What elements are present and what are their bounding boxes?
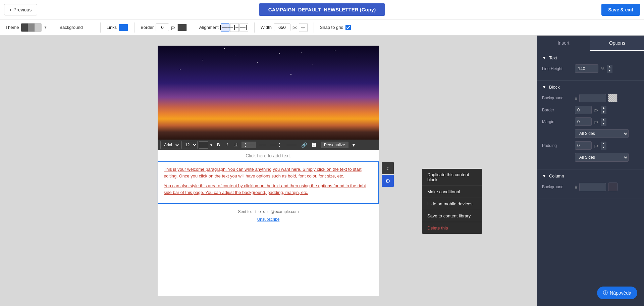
links-color-swatch[interactable] [119, 24, 128, 31]
tab-insert[interactable]: Insert [537, 36, 590, 51]
block-background-input[interactable] [579, 94, 606, 102]
block-background-swatch[interactable] [608, 94, 618, 102]
block-border-up[interactable]: ▲ [601, 106, 606, 110]
image-icon[interactable]: 🖼 [310, 142, 318, 148]
expand-width-button[interactable]: ↔ [299, 23, 308, 32]
border-value-input[interactable] [156, 23, 169, 31]
top-bar: ‹ Previous CAMPAIGN_DEFAULT_NEWSLETTER (… [0, 0, 644, 19]
make-conditional-item[interactable]: Make conditional [422, 186, 482, 198]
block-section: ▼ Block Background # Border px ▲ ▼ [537, 81, 644, 169]
background-group: Background [59, 24, 94, 31]
block-padding-up[interactable]: ▲ [601, 142, 606, 146]
duplicate-block-item[interactable]: Duplicate this content block [422, 169, 482, 186]
paragraph-2[interactable]: You can also style this area of content … [164, 183, 373, 196]
theme-label: Theme [5, 25, 19, 30]
block-margin-down[interactable]: ▼ [601, 122, 606, 126]
block-padding-down[interactable]: ▼ [601, 146, 606, 150]
block-margin-input[interactable] [575, 117, 592, 126]
border-color-swatch[interactable] [177, 24, 187, 31]
theme-swatch-light[interactable] [35, 23, 41, 32]
font-color-swatch[interactable] [199, 141, 208, 149]
more-options-icon[interactable]: ▼ [350, 142, 358, 148]
align-left-button[interactable]: ┃─── [221, 23, 229, 32]
block-border-down[interactable]: ▼ [601, 110, 606, 114]
email-footer: Sent to: _t_e_s_t_@example.com Unsubscri… [158, 204, 379, 227]
previous-button[interactable]: ‹ Previous [4, 4, 37, 15]
align-center-button[interactable]: ─┃─ [230, 23, 239, 32]
divider-3 [134, 22, 135, 33]
block-margin-up[interactable]: ▲ [601, 118, 606, 122]
line-height-up[interactable]: ▲ [607, 65, 612, 69]
block-padding-sides-select[interactable]: All Sides [575, 153, 629, 162]
block-padding-unit: px [594, 144, 598, 148]
theme-swatches[interactable] [21, 23, 42, 32]
text-section: ▼ Text Line Height % ▲ ▼ [537, 51, 644, 81]
italic-button[interactable]: I [224, 141, 230, 149]
align-buttons: ┃─── ─┃─ ──┃ [221, 23, 248, 32]
theme-swatch-mid[interactable] [28, 23, 35, 32]
block-margin-sides-select[interactable]: All Sides [575, 129, 629, 138]
hide-mobile-item[interactable]: Hide on mobile devices [422, 198, 482, 210]
width-group: Width px ↔ [261, 23, 308, 32]
hero-image-bg [158, 46, 379, 140]
link-icon[interactable]: 🔗 [300, 142, 309, 148]
align-center-icon[interactable]: ── [257, 142, 267, 148]
block-options-button[interactable]: ⚙ [382, 175, 394, 187]
tab-options[interactable]: Options [590, 36, 644, 51]
align-right-icon[interactable]: ──⋮ [269, 142, 283, 148]
block-padding-row: Padding px ▲ ▼ [542, 141, 639, 150]
block-section-arrow: ▼ [542, 85, 546, 90]
line-height-input[interactable] [575, 64, 598, 73]
font-family-select[interactable]: Arial [160, 141, 180, 149]
width-label: Width [261, 25, 272, 30]
save-exit-button[interactable]: Save & exit [601, 4, 640, 16]
hero-image[interactable] [158, 46, 379, 140]
click-to-add-text[interactable]: Click here to add text. [158, 150, 379, 161]
text-content-block[interactable]: This is your welcome paragraph. You can … [158, 161, 379, 204]
divider-4 [193, 22, 193, 33]
delete-block-item[interactable]: Delete this [422, 222, 482, 234]
align-right-button[interactable]: ──┃ [239, 23, 248, 32]
campaign-title-button[interactable]: CAMPAIGN_DEFAULT_NEWSLETTER (Copy) [259, 3, 385, 16]
save-library-item[interactable]: Save to content library [422, 210, 482, 222]
font-size-select[interactable]: 12 [181, 141, 198, 149]
underline-button[interactable]: U [232, 141, 240, 149]
align-justify-icon[interactable]: ─── [285, 142, 298, 148]
theme-dropdown-arrow[interactable]: ▼ [44, 26, 47, 29]
column-background-swatch[interactable] [608, 183, 618, 191]
block-section-header[interactable]: ▼ Block [542, 85, 639, 90]
move-block-button[interactable]: ↕ [382, 162, 394, 174]
block-padding-label: Padding [542, 143, 572, 148]
column-section-header[interactable]: ▼ Column [542, 173, 639, 178]
unsubscribe-link[interactable]: Unsubscribe [257, 217, 280, 222]
block-background-label: Background [542, 96, 572, 100]
background-color-swatch[interactable] [85, 24, 94, 31]
move-icon: ↕ [386, 165, 389, 171]
campaign-title-label: CAMPAIGN_DEFAULT_NEWSLETTER (Copy) [268, 7, 376, 12]
bold-button[interactable]: B [214, 141, 223, 149]
column-background-input[interactable] [579, 183, 606, 191]
line-height-spinner: ▲ ▼ [607, 65, 612, 73]
block-actions: ↕ ⚙ [382, 162, 394, 187]
block-padding-input[interactable] [575, 141, 592, 150]
block-margin-unit: px [594, 120, 598, 124]
help-button[interactable]: ⓘ Nápověda [597, 287, 637, 299]
width-value-input[interactable] [274, 23, 290, 31]
paragraph-1[interactable]: This is your welcome paragraph. You can … [164, 166, 373, 179]
padding-sides-arrow: ▼ [625, 156, 628, 159]
personalize-button[interactable]: Personalize [321, 142, 348, 148]
column-background-label: Background [542, 185, 572, 189]
column-section-arrow: ▼ [542, 173, 546, 178]
block-margin-sides-row: All Sides ▼ [542, 129, 639, 138]
snap-checkbox[interactable] [345, 25, 351, 30]
column-background-hash: # [575, 185, 577, 190]
align-left-icon[interactable]: ⋮── [241, 142, 256, 148]
font-color-dropdown[interactable]: ▼ [210, 143, 213, 147]
text-section-header[interactable]: ▼ Text [542, 55, 639, 60]
divider-6 [314, 22, 314, 33]
theme-swatch-dark[interactable] [21, 23, 28, 32]
main-area: Arial 12 ▼ B I U ⋮── ── ──⋮ ─── 🔗 🖼 Pers… [0, 36, 644, 306]
snap-label: Snap to grid [320, 25, 343, 30]
line-height-down[interactable]: ▼ [607, 69, 612, 73]
block-border-input[interactable] [575, 106, 592, 114]
